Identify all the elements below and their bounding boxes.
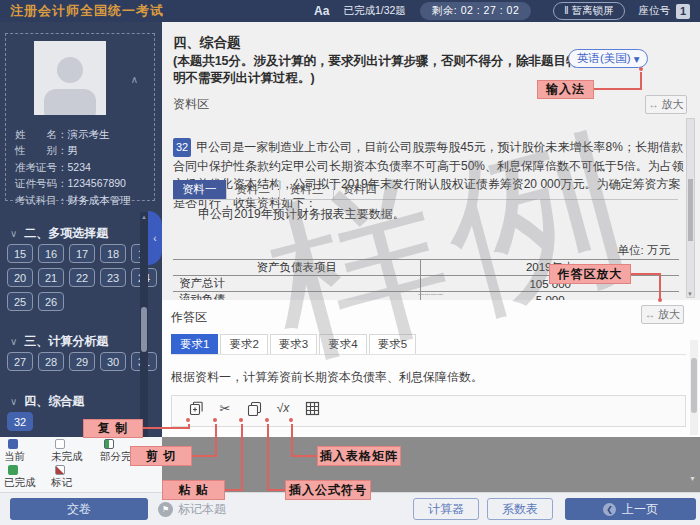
- previous-page-button[interactable]: ❮ 上一页: [565, 498, 696, 520]
- sidebar-collapse-handle[interactable]: ‹: [148, 211, 162, 265]
- info-row-name: 姓 名：演示考生: [15, 126, 131, 142]
- editor-toolbar: ✂ √x: [171, 395, 686, 427]
- requirement-tabs: 要求1 要求2 要求3 要求4 要求5: [171, 334, 686, 355]
- material-intro: 甲公司2019年预计财务报表主要数据。: [198, 206, 405, 223]
- question-button-current[interactable]: 32: [7, 412, 33, 431]
- material-area: 四、综合题 (本题共15分。涉及计算的，要求列出计算步骤，否则不得分，除非题目特…: [162, 22, 700, 300]
- scroll-down-icon[interactable]: ▼: [689, 475, 696, 482]
- question-button[interactable]: 25: [7, 292, 33, 311]
- panel-splitter-handle[interactable]: ┄┄┄┄: [418, 290, 444, 300]
- callout-dot: [639, 67, 643, 71]
- question-text: 32甲公司是一家制造业上市公司，目前公司股票每股45元，预计股价未来增长率8%；…: [173, 138, 685, 212]
- question-number-grid-2: 27 28 29 30 31: [7, 352, 159, 371]
- question-button[interactable]: 21: [38, 268, 64, 287]
- question-number-grid-1: 15 16 17 18 19 20 21 22 23 24 25 26: [7, 244, 159, 311]
- section-calculation[interactable]: ∨ 三、计算分析题: [0, 333, 108, 350]
- insert-formula-icon[interactable]: √x: [275, 400, 291, 416]
- caret-down-icon: ▾: [634, 52, 640, 66]
- collapse-card-chevron-icon[interactable]: ∧: [131, 74, 138, 85]
- callout-dot: [186, 418, 190, 422]
- question-button[interactable]: 22: [69, 268, 95, 287]
- callout-copy: 复 制: [83, 419, 143, 438]
- tab-requirement-2[interactable]: 要求2: [220, 334, 267, 354]
- input-method-dropdown[interactable]: 英语(美国) ▾: [568, 49, 648, 68]
- candidate-photo-placeholder: [34, 41, 106, 115]
- copy-icon[interactable]: [188, 400, 204, 416]
- answer-area-label: 作答区: [171, 309, 207, 326]
- callout-input-method: 输入法: [537, 80, 594, 99]
- question-button[interactable]: 18: [100, 244, 126, 263]
- material-area-label: 资料区: [173, 96, 209, 113]
- submit-paper-button[interactable]: 交卷: [10, 498, 148, 520]
- tab-material-4[interactable]: 资料四: [333, 180, 387, 199]
- legend-incomplete: 未完成: [51, 439, 99, 464]
- previous-icon: ❮: [603, 503, 616, 516]
- tab-requirement-3[interactable]: 要求3: [270, 334, 317, 354]
- paste-icon[interactable]: [246, 400, 262, 416]
- font-size-icon[interactable]: Aa: [314, 4, 329, 18]
- section-heading: 四、综合题: [173, 34, 241, 52]
- coefficient-table-button[interactable]: 系数表: [487, 498, 553, 520]
- sidebar-scrollbar[interactable]: ▲: [140, 212, 148, 437]
- info-row-gender: 性 别：男: [15, 142, 131, 158]
- legend-complete: 已完成: [4, 465, 52, 490]
- callout-dot: [213, 418, 217, 422]
- question-button[interactable]: 27: [7, 352, 33, 371]
- question-button[interactable]: 28: [38, 352, 64, 371]
- cut-icon[interactable]: ✂: [217, 400, 233, 416]
- tab-material-2[interactable]: 资料二: [226, 180, 280, 199]
- requirement-prompt: 根据资料一，计算筹资前长期资本负债率、利息保障倍数。: [171, 369, 483, 386]
- question-button[interactable]: 17: [69, 244, 95, 263]
- tab-requirement-4[interactable]: 要求4: [319, 334, 366, 354]
- question-number-badge: 32: [173, 138, 191, 157]
- question-button[interactable]: 15: [7, 244, 33, 263]
- callout-dot: [289, 418, 293, 422]
- callout-paste: 粘 贴: [162, 480, 225, 500]
- expand-icon: ↔: [645, 309, 655, 320]
- legend-marked: 标记: [51, 465, 99, 490]
- answer-zoom-button[interactable]: ↔ 放大: [641, 305, 684, 324]
- avatar-icon: [57, 57, 83, 83]
- material-scrollbar[interactable]: ▼: [686, 118, 695, 298]
- unit-label: 单位: 万元: [618, 243, 670, 258]
- info-row-subject: 考试科目：财务成本管理: [15, 192, 131, 208]
- callout-insert-formula: 插入公式符号: [285, 480, 371, 500]
- sidebar-scrollbar-thumb[interactable]: [141, 307, 147, 352]
- question-button[interactable]: 16: [38, 244, 64, 263]
- tab-material-1[interactable]: 资料一: [173, 180, 226, 199]
- tab-requirement-5[interactable]: 要求5: [369, 334, 416, 354]
- question-button[interactable]: 30: [100, 352, 126, 371]
- section-comprehensive[interactable]: ∨ 四、综合题: [0, 393, 84, 410]
- flag-icon: ⚑: [158, 502, 173, 517]
- mark-question-button[interactable]: ⚑ 标记本题: [158, 501, 226, 518]
- section-multiple-choice[interactable]: ∨ 二、多项选择题: [0, 225, 108, 242]
- question-button[interactable]: 26: [38, 292, 64, 311]
- seat-label: 座位号: [639, 4, 671, 18]
- question-nav-sidebar: ∧ 姓 名：演示考生 性 别：男 准考证号：5234 证件号码：12345678…: [0, 22, 162, 437]
- info-row-id-no: 证件号码：1234567890: [15, 175, 131, 191]
- question-button[interactable]: 23: [100, 268, 126, 287]
- insert-table-icon[interactable]: [304, 400, 320, 416]
- expand-icon: ↔: [649, 99, 659, 110]
- callout-dot: [658, 298, 662, 302]
- tab-material-3[interactable]: 资料三: [279, 180, 333, 199]
- question-button[interactable]: 29: [69, 352, 95, 371]
- tab-requirement-1[interactable]: 要求1: [171, 334, 218, 354]
- callout-dot: [265, 418, 269, 422]
- callout-cut: 剪 切: [130, 446, 192, 466]
- question-button[interactable]: 20: [7, 268, 33, 287]
- material-tabs: 资料一 资料二 资料三 资料四: [173, 180, 678, 200]
- legend-current: 当前: [4, 439, 52, 464]
- pause-lock-button[interactable]: ‖ 暂离锁屏: [553, 2, 624, 20]
- answer-scrollbar[interactable]: [690, 340, 698, 435]
- material-zoom-button[interactable]: ↔ 放大: [645, 95, 687, 114]
- progress-text: 已完成1/32题: [343, 4, 405, 18]
- answer-scrollbar-thumb[interactable]: [691, 358, 697, 413]
- time-remaining-badge: 剩余: 02 : 27 : 02: [420, 2, 531, 20]
- seat-number-badge: 1: [676, 4, 690, 19]
- candidate-id-card: ∧ 姓 名：演示考生 性 别：男 准考证号：5234 证件号码：12345678…: [5, 33, 155, 201]
- callout-dot: [239, 418, 243, 422]
- material-scrollbar-thumb[interactable]: [688, 179, 693, 241]
- calculator-button[interactable]: 计算器: [413, 498, 479, 520]
- table-header: 资产负债表项目: [173, 260, 421, 276]
